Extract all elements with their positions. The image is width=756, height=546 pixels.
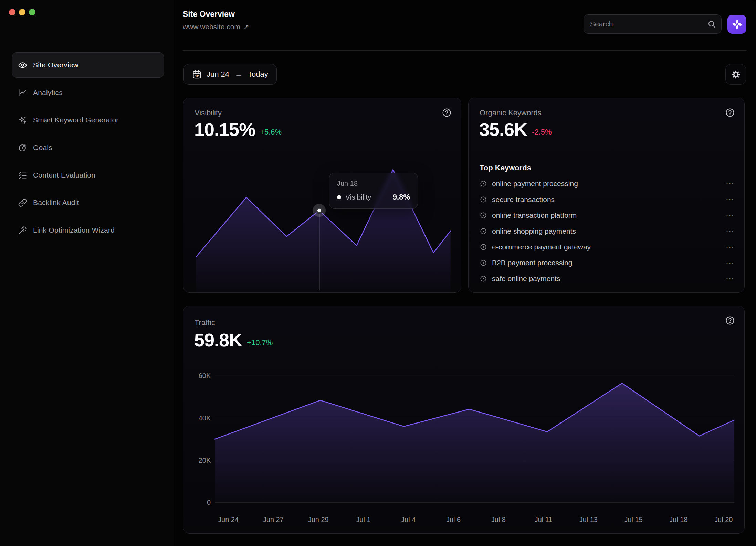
keyword-text: online shopping payments xyxy=(492,227,576,235)
minimize-button[interactable] xyxy=(19,9,25,15)
line-chart-icon xyxy=(18,88,27,97)
y-tick-label: 40K xyxy=(199,414,211,422)
x-tick-label: Jul 6 xyxy=(446,516,461,523)
header-divider xyxy=(183,50,747,51)
arrow-right-icon: → xyxy=(234,70,243,79)
x-tick-label: Jun 24 xyxy=(218,516,239,523)
circle-dot-icon xyxy=(480,243,487,251)
site-url-text: www.website.com xyxy=(183,23,240,31)
gear-icon xyxy=(731,69,741,79)
organic-keywords-delta: -2.5% xyxy=(532,128,552,137)
sidebar-item-site-overview[interactable]: Site Overview xyxy=(12,52,164,78)
search-icon xyxy=(707,20,716,28)
keyword-text: secure transactions xyxy=(492,195,555,204)
keyword-text: e-commerce payment gateway xyxy=(492,243,591,251)
keyword-row-menu-button[interactable]: ⋯ xyxy=(726,195,735,204)
app-logo-button[interactable] xyxy=(727,15,746,34)
x-tick-label: Jul 4 xyxy=(401,516,416,523)
external-link-icon: ↗ xyxy=(243,23,249,31)
sidebar-item-analytics[interactable]: Analytics xyxy=(12,80,164,105)
visibility-card: Visibility 10.15% +5.6% Jun 18 Visibilit… xyxy=(183,98,461,293)
x-tick-label: Jul 11 xyxy=(535,516,553,523)
y-tick-label: 60K xyxy=(199,372,211,379)
search-input[interactable] xyxy=(584,20,707,28)
date-range-button[interactable]: 12 Jun 24 → Today xyxy=(183,64,277,85)
site-url-link[interactable]: www.website.com ↗ xyxy=(183,23,249,31)
keyword-row: safe online payments⋯ xyxy=(480,271,735,287)
traffic-chart[interactable]: 60K40K20K0Jun 24Jun 27Jun 29Jul 1Jul 4Ju… xyxy=(183,306,744,533)
sidebar-item-content-evaluation[interactable]: Content Evaluation xyxy=(12,162,164,188)
y-tick-label: 20K xyxy=(199,457,211,464)
keyword-row-menu-button[interactable]: ⋯ xyxy=(726,227,735,235)
sparkles-icon xyxy=(18,116,27,125)
keyword-row-menu-button[interactable]: ⋯ xyxy=(726,275,735,283)
search-box xyxy=(584,14,722,34)
keyword-row-menu-button[interactable]: ⋯ xyxy=(726,243,735,251)
visibility-chart[interactable] xyxy=(183,98,461,292)
traffic-card: Traffic 59.8K +10.7% 60K40K20K0Jun 24Jun… xyxy=(183,306,745,534)
page-title: Site Overview xyxy=(183,10,235,19)
x-tick-label: Jul 20 xyxy=(714,516,733,523)
keyword-text: online transaction platform xyxy=(492,211,577,220)
date-range-start: Jun 24 xyxy=(207,70,229,79)
organic-keywords-label: Organic Keywords xyxy=(480,108,542,117)
marker-dot xyxy=(317,208,321,212)
tooltip-value: 9.8% xyxy=(393,193,410,202)
keyword-row-menu-button[interactable]: ⋯ xyxy=(726,259,735,267)
target-icon xyxy=(18,143,27,152)
keyword-text: online payment processing xyxy=(492,180,578,188)
circle-dot-icon xyxy=(480,180,487,188)
top-keywords-title: Top Keywords xyxy=(480,163,531,172)
maximize-button[interactable] xyxy=(29,9,35,15)
tooltip-series-dot xyxy=(337,195,341,199)
circle-dot-icon xyxy=(480,227,487,235)
keyword-text: safe online payments xyxy=(492,275,560,283)
svg-text:12: 12 xyxy=(195,74,199,78)
chart-tooltip: Jun 18 Visibility 9.8% xyxy=(329,173,418,209)
organic-keywords-help-button[interactable] xyxy=(724,107,735,118)
keywords-list: online payment processing⋯secure transac… xyxy=(480,176,735,287)
x-tick-label: Jul 18 xyxy=(669,516,687,523)
calendar-icon: 12 xyxy=(192,69,202,79)
window-controls xyxy=(9,9,35,15)
circle-dot-icon xyxy=(480,196,487,203)
date-range-end: Today xyxy=(248,70,268,79)
sidebar: Site OverviewAnalyticsSmart Keyword Gene… xyxy=(0,0,174,546)
main-content: Site Overview www.website.com ↗ xyxy=(174,0,756,546)
circle-dot-icon xyxy=(480,212,487,219)
list-checks-icon xyxy=(18,171,27,180)
keyword-row: online transaction platform⋯ xyxy=(480,207,735,223)
pinwheel-logo-icon xyxy=(731,19,743,30)
sidebar-item-smart-keyword-generator[interactable]: Smart Keyword Generator xyxy=(12,107,164,133)
sidebar-item-backlink-audit[interactable]: Backlink Audit xyxy=(12,190,164,215)
keyword-row: e-commerce payment gateway⋯ xyxy=(480,239,735,255)
x-tick-label: Jul 13 xyxy=(579,516,598,523)
circle-dot-icon xyxy=(480,259,487,267)
sidebar-item-label: Goals xyxy=(33,143,52,152)
eye-icon xyxy=(18,61,27,70)
circle-dot-icon xyxy=(480,275,487,282)
keyword-row: B2B payment processing⋯ xyxy=(480,255,735,271)
settings-button[interactable] xyxy=(725,64,746,85)
app-window: Site OverviewAnalyticsSmart Keyword Gene… xyxy=(0,0,756,546)
sidebar-item-label: Backlink Audit xyxy=(33,199,79,207)
keyword-row: online payment processing⋯ xyxy=(480,176,735,192)
close-button[interactable] xyxy=(9,9,15,15)
sidebar-item-label: Content Evaluation xyxy=(33,171,95,179)
x-tick-label: Jul 15 xyxy=(624,516,643,523)
link-icon xyxy=(18,198,27,207)
sidebar-item-label: Smart Keyword Generator xyxy=(33,116,119,124)
organic-keywords-value: 35.6K xyxy=(479,120,527,139)
sidebar-item-goals[interactable]: Goals xyxy=(12,135,164,160)
x-tick-label: Jul 1 xyxy=(356,516,370,523)
sidebar-nav: Site OverviewAnalyticsSmart Keyword Gene… xyxy=(12,52,164,243)
keyword-row-menu-button[interactable]: ⋯ xyxy=(726,211,735,220)
keyword-row-menu-button[interactable]: ⋯ xyxy=(726,180,735,188)
tooltip-series-name: Visibility xyxy=(345,193,371,201)
sidebar-item-label: Site Overview xyxy=(33,61,78,69)
sidebar-item-label: Link Optimization Wizard xyxy=(33,226,115,234)
sidebar-item-link-optimization-wizard[interactable]: Link Optimization Wizard xyxy=(12,217,164,243)
sidebar-item-label: Analytics xyxy=(33,88,63,97)
wand-icon xyxy=(18,226,27,235)
keyword-row: secure transactions⋯ xyxy=(480,192,735,207)
